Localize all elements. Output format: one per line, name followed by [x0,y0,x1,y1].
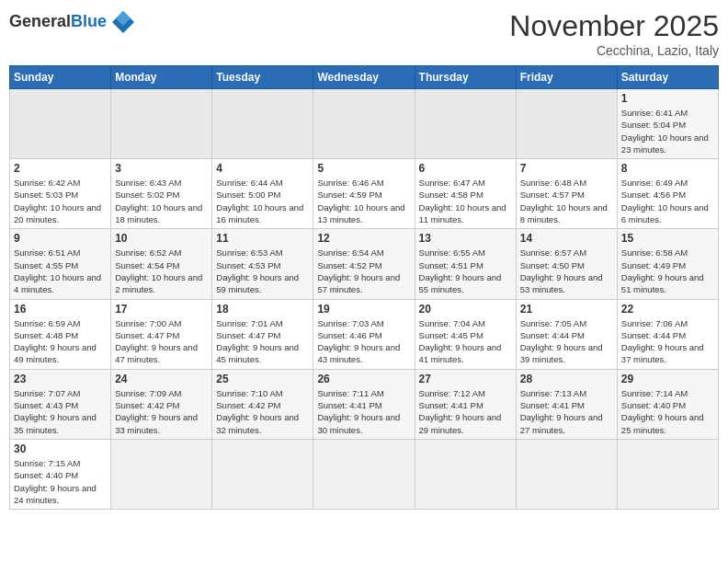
day-info: Sunrise: 7:06 AM Sunset: 4:44 PM Dayligh… [621,317,714,366]
calendar-day-cell: 3Sunrise: 6:43 AM Sunset: 5:02 PM Daylig… [111,159,212,229]
calendar-week-row: 30Sunrise: 7:15 AM Sunset: 4:40 PM Dayli… [10,439,719,509]
calendar-day-cell [111,439,212,509]
calendar-day-cell: 18Sunrise: 7:01 AM Sunset: 4:47 PM Dayli… [212,299,313,369]
calendar-day-cell: 25Sunrise: 7:10 AM Sunset: 4:42 PM Dayli… [212,369,313,439]
day-number: 21 [520,303,613,316]
calendar-day-cell [415,439,516,509]
day-info: Sunrise: 6:59 AM Sunset: 4:48 PM Dayligh… [14,317,107,366]
calendar-day-cell: 15Sunrise: 6:58 AM Sunset: 4:49 PM Dayli… [617,229,718,299]
day-number: 3 [115,162,208,175]
day-info: Sunrise: 7:13 AM Sunset: 4:41 PM Dayligh… [520,387,613,436]
day-info: Sunrise: 7:05 AM Sunset: 4:44 PM Dayligh… [520,317,613,366]
day-info: Sunrise: 7:09 AM Sunset: 4:42 PM Dayligh… [115,387,208,436]
calendar-table: Sunday Monday Tuesday Wednesday Thursday… [9,65,719,510]
calendar-day-cell: 27Sunrise: 7:12 AM Sunset: 4:41 PM Dayli… [415,369,516,439]
calendar-day-cell [415,89,516,159]
day-info: Sunrise: 7:12 AM Sunset: 4:41 PM Dayligh… [419,387,512,436]
calendar-day-cell [516,89,617,159]
day-number: 11 [216,232,309,245]
day-number: 24 [115,373,208,385]
calendar-day-cell: 28Sunrise: 7:13 AM Sunset: 4:41 PM Dayli… [516,369,617,439]
day-info: Sunrise: 7:11 AM Sunset: 4:41 PM Dayligh… [317,387,410,436]
header-tuesday: Tuesday [212,66,313,89]
day-number: 9 [14,232,107,245]
header-monday: Monday [111,66,212,89]
day-info: Sunrise: 6:42 AM Sunset: 5:03 PM Dayligh… [14,177,107,225]
calendar-week-row: 2Sunrise: 6:42 AM Sunset: 5:03 PM Daylig… [10,159,719,229]
calendar-day-cell: 13Sunrise: 6:55 AM Sunset: 4:51 PM Dayli… [415,229,516,299]
location-subtitle: Cecchina, Lazio, Italy [509,43,719,58]
header-saturday: Saturday [617,66,718,89]
day-info: Sunrise: 6:46 AM Sunset: 4:59 PM Dayligh… [317,177,410,225]
day-number: 14 [520,232,613,245]
day-info: Sunrise: 6:49 AM Sunset: 4:56 PM Dayligh… [621,177,714,225]
header-friday: Friday [516,66,617,89]
day-info: Sunrise: 6:43 AM Sunset: 5:02 PM Dayligh… [115,177,208,225]
logo-blue-text: Blue [71,12,107,30]
calendar-day-cell: 22Sunrise: 7:06 AM Sunset: 4:44 PM Dayli… [617,299,718,369]
calendar-day-cell: 29Sunrise: 7:14 AM Sunset: 4:40 PM Dayli… [617,369,718,439]
day-number: 19 [317,303,410,316]
day-info: Sunrise: 6:52 AM Sunset: 4:54 PM Dayligh… [115,247,208,295]
day-number: 17 [115,303,208,316]
day-number: 20 [419,303,512,316]
day-number: 13 [419,232,512,245]
day-info: Sunrise: 6:55 AM Sunset: 4:51 PM Dayligh… [419,247,512,295]
calendar-day-cell: 17Sunrise: 7:00 AM Sunset: 4:47 PM Dayli… [111,299,212,369]
calendar-day-cell: 5Sunrise: 6:46 AM Sunset: 4:59 PM Daylig… [313,159,415,229]
day-info: Sunrise: 6:57 AM Sunset: 4:50 PM Dayligh… [520,247,613,295]
calendar-day-cell: 4Sunrise: 6:44 AM Sunset: 5:00 PM Daylig… [212,159,313,229]
calendar-day-cell: 21Sunrise: 7:05 AM Sunset: 4:44 PM Dayli… [516,299,617,369]
day-number: 1 [621,92,714,105]
logo-general-text: General [9,12,71,30]
calendar-day-cell: 10Sunrise: 6:52 AM Sunset: 4:54 PM Dayli… [111,229,212,299]
day-info: Sunrise: 6:44 AM Sunset: 5:00 PM Dayligh… [216,177,309,225]
calendar-header-row: Sunday Monday Tuesday Wednesday Thursday… [10,66,719,89]
calendar-day-cell [313,89,415,159]
calendar-day-cell: 6Sunrise: 6:47 AM Sunset: 4:58 PM Daylig… [415,159,516,229]
day-number: 4 [216,162,309,175]
calendar-week-row: 1Sunrise: 6:41 AM Sunset: 5:04 PM Daylig… [10,89,719,159]
header-thursday: Thursday [415,66,516,89]
calendar-day-cell: 19Sunrise: 7:03 AM Sunset: 4:46 PM Dayli… [313,299,415,369]
calendar-day-cell: 9Sunrise: 6:51 AM Sunset: 4:55 PM Daylig… [10,229,111,299]
day-number: 2 [14,162,107,175]
day-number: 30 [14,442,107,455]
calendar-day-cell: 1Sunrise: 6:41 AM Sunset: 5:04 PM Daylig… [617,89,718,159]
calendar-day-cell: 8Sunrise: 6:49 AM Sunset: 4:56 PM Daylig… [617,159,718,229]
day-number: 12 [317,232,410,245]
day-number: 26 [317,373,410,385]
calendar-day-cell: 14Sunrise: 6:57 AM Sunset: 4:50 PM Dayli… [516,229,617,299]
calendar-day-cell: 11Sunrise: 6:53 AM Sunset: 4:53 PM Dayli… [212,229,313,299]
day-info: Sunrise: 7:03 AM Sunset: 4:46 PM Dayligh… [317,317,410,366]
calendar-day-cell: 16Sunrise: 6:59 AM Sunset: 4:48 PM Dayli… [10,299,111,369]
calendar-day-cell [313,439,415,509]
day-number: 18 [216,303,309,316]
calendar-day-cell [212,439,313,509]
month-title: November 2025 [509,9,719,43]
day-info: Sunrise: 7:15 AM Sunset: 4:40 PM Dayligh… [14,457,107,506]
logo-icon [110,9,136,35]
calendar-week-row: 16Sunrise: 6:59 AM Sunset: 4:48 PM Dayli… [10,299,719,369]
calendar-week-row: 9Sunrise: 6:51 AM Sunset: 4:55 PM Daylig… [10,229,719,299]
day-info: Sunrise: 6:41 AM Sunset: 5:04 PM Dayligh… [621,107,714,155]
day-number: 7 [520,162,613,175]
day-info: Sunrise: 6:54 AM Sunset: 4:52 PM Dayligh… [317,247,410,295]
day-number: 16 [14,303,107,316]
day-number: 22 [621,303,714,316]
day-info: Sunrise: 7:01 AM Sunset: 4:47 PM Dayligh… [216,317,309,366]
calendar-day-cell: 26Sunrise: 7:11 AM Sunset: 4:41 PM Dayli… [313,369,415,439]
calendar-day-cell: 20Sunrise: 7:04 AM Sunset: 4:45 PM Dayli… [415,299,516,369]
day-number: 28 [520,373,613,385]
calendar-day-cell: 7Sunrise: 6:48 AM Sunset: 4:57 PM Daylig… [516,159,617,229]
page-header: GeneralBlue November 2025 Cecchina, Lazi… [9,9,719,58]
day-number: 6 [419,162,512,175]
day-info: Sunrise: 6:51 AM Sunset: 4:55 PM Dayligh… [14,247,107,295]
day-info: Sunrise: 6:58 AM Sunset: 4:49 PM Dayligh… [621,247,714,295]
day-number: 27 [419,373,512,385]
logo: GeneralBlue [9,9,136,35]
day-number: 23 [14,373,107,385]
calendar-day-cell [111,89,212,159]
calendar-day-cell: 23Sunrise: 7:07 AM Sunset: 4:43 PM Dayli… [10,369,111,439]
day-info: Sunrise: 7:10 AM Sunset: 4:42 PM Dayligh… [216,387,309,436]
